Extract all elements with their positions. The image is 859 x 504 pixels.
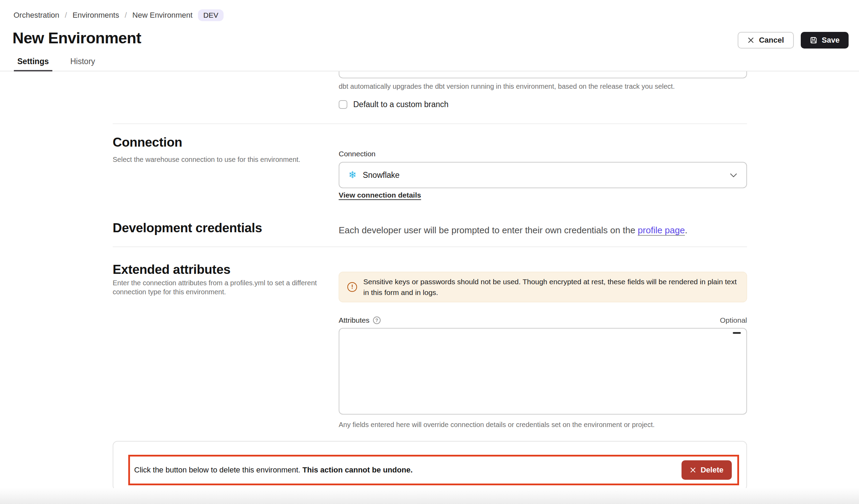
cancel-button-label: Cancel bbox=[759, 36, 784, 45]
section-divider bbox=[113, 123, 747, 124]
breadcrumb: Orchestration / Environments / New Envir… bbox=[14, 9, 224, 21]
extended-attributes-description: Enter the connection attributes from a p… bbox=[113, 278, 335, 296]
save-button-label: Save bbox=[822, 36, 840, 45]
attributes-label-row: Attributes ? Optional bbox=[339, 316, 747, 324]
attributes-editor bbox=[339, 328, 747, 415]
delete-description-bold: This action cannot be undone. bbox=[303, 466, 413, 474]
connection-selected-value: Snowflake bbox=[363, 171, 399, 180]
warning-text: Sensitive keys or passwords should not b… bbox=[363, 276, 738, 298]
header-actions: Cancel Save bbox=[738, 32, 849, 49]
collapse-handle-icon[interactable] bbox=[733, 332, 741, 334]
connection-field-label: Connection bbox=[339, 150, 375, 158]
breadcrumb-item-orchestration[interactable]: Orchestration bbox=[14, 11, 59, 20]
close-icon bbox=[747, 37, 754, 44]
chevron-down-icon bbox=[730, 173, 737, 177]
connection-description: Select the warehouse connection to use f… bbox=[113, 155, 300, 164]
custom-branch-checkbox[interactable] bbox=[339, 100, 347, 109]
credentials-text: Each developer user will be prompted to … bbox=[339, 225, 687, 236]
page-title: New Environment bbox=[12, 29, 141, 47]
save-button[interactable]: Save bbox=[801, 32, 849, 49]
danger-zone-card: Click the button below to delete this en… bbox=[113, 441, 747, 490]
credentials-text-suffix: . bbox=[685, 225, 687, 235]
breadcrumb-item-new-environment[interactable]: New Environment bbox=[132, 11, 193, 20]
release-track-input-partial[interactable] bbox=[339, 71, 747, 78]
delete-description: Click the button below to delete this en… bbox=[134, 466, 413, 475]
close-icon bbox=[690, 467, 696, 473]
connection-select[interactable]: ❄ Snowflake bbox=[339, 162, 747, 188]
connection-field-label-row: Connection bbox=[339, 150, 375, 158]
breadcrumb-separator: / bbox=[125, 11, 127, 20]
environment-settings-page: Orchestration / Environments / New Envir… bbox=[0, 0, 859, 504]
optional-label: Optional bbox=[720, 316, 747, 324]
environment-type-badge: DEV bbox=[198, 9, 223, 21]
tab-history[interactable]: History bbox=[69, 55, 97, 71]
breadcrumb-item-environments[interactable]: Environments bbox=[72, 11, 119, 20]
save-icon bbox=[810, 36, 817, 44]
custom-branch-label: Default to a custom branch bbox=[353, 100, 449, 109]
tab-settings[interactable]: Settings bbox=[16, 55, 50, 71]
delete-button[interactable]: Delete bbox=[682, 460, 732, 480]
section-divider bbox=[113, 246, 747, 247]
attributes-label: Attributes bbox=[339, 316, 370, 324]
tab-bar: Settings History bbox=[0, 55, 859, 71]
view-connection-details-link[interactable]: View connection details bbox=[339, 191, 421, 199]
attributes-helper: Any fields entered here will override co… bbox=[339, 421, 655, 429]
delete-highlight-box: Click the button below to delete this en… bbox=[128, 455, 739, 485]
sensitive-keys-warning-banner: ! Sensitive keys or passwords should not… bbox=[339, 272, 747, 302]
extended-attributes-heading: Extended attributes bbox=[113, 262, 231, 277]
help-icon[interactable]: ? bbox=[373, 316, 381, 324]
custom-branch-row: Default to a custom branch bbox=[339, 100, 449, 109]
attributes-textarea[interactable] bbox=[339, 328, 747, 415]
bottom-fade bbox=[0, 488, 859, 504]
breadcrumb-separator: / bbox=[65, 11, 67, 20]
snowflake-icon: ❄ bbox=[348, 170, 356, 180]
delete-description-normal: Click the button below to delete this en… bbox=[134, 466, 303, 474]
credentials-text-before: Each developer user will be prompted to … bbox=[339, 225, 638, 235]
cancel-button[interactable]: Cancel bbox=[738, 32, 793, 49]
connection-heading: Connection bbox=[113, 135, 182, 150]
credentials-heading: Development credentials bbox=[113, 221, 262, 235]
delete-button-label: Delete bbox=[701, 466, 723, 475]
warning-icon: ! bbox=[347, 282, 357, 292]
release-track-helper: dbt automatically upgrades the dbt versi… bbox=[339, 82, 675, 90]
profile-page-link[interactable]: profile page bbox=[638, 225, 685, 235]
